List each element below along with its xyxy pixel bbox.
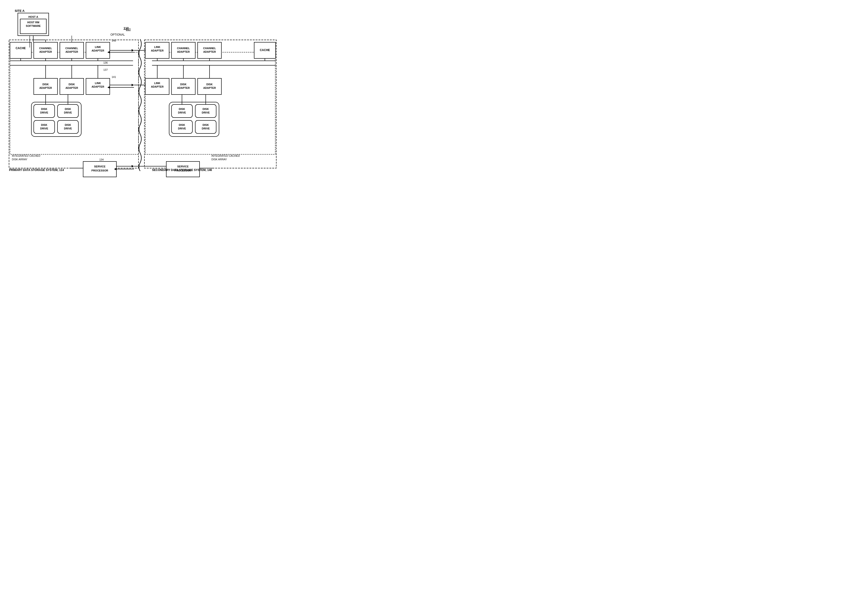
svg-text:LINK: LINK <box>154 46 160 49</box>
svg-text:SOFTWARE: SOFTWARE <box>26 25 41 27</box>
svg-text:141: 141 <box>112 75 116 78</box>
svg-text:136: 136 <box>103 61 108 64</box>
svg-text:140: 140 <box>112 39 116 42</box>
svg-text:SITE A: SITE A <box>15 9 25 13</box>
svg-text:ADAPTER: ADAPTER <box>65 50 78 53</box>
svg-text:HOST RM: HOST RM <box>27 21 40 24</box>
svg-text:ADAPTER: ADAPTER <box>203 50 216 53</box>
svg-text:ADAPTER: ADAPTER <box>177 50 190 53</box>
svg-text:DISK: DISK <box>65 108 71 110</box>
svg-text:CHANNEL: CHANNEL <box>203 47 216 50</box>
svg-text:DISK: DISK <box>41 108 47 110</box>
svg-text:DRIVE: DRIVE <box>202 111 210 114</box>
svg-text:DISK: DISK <box>203 124 209 126</box>
svg-rect-14 <box>10 42 31 59</box>
svg-marker-77 <box>131 49 134 52</box>
svg-text:LINK: LINK <box>95 82 101 84</box>
svg-text:CACHE: CACHE <box>16 47 26 50</box>
svg-marker-82 <box>131 84 134 86</box>
svg-text:LINK: LINK <box>95 46 101 49</box>
svg-marker-124 <box>131 165 134 168</box>
svg-text:DISK: DISK <box>207 83 213 86</box>
svg-text:134: 134 <box>99 158 103 161</box>
svg-text:DRIVE: DRIVE <box>40 127 48 130</box>
svg-text:CHANNEL: CHANNEL <box>177 47 190 50</box>
svg-text:DRIVE: DRIVE <box>178 127 186 130</box>
svg-text:DRIVE: DRIVE <box>40 111 48 114</box>
svg-text:DISK: DISK <box>65 124 71 126</box>
svg-text:CHANNEL: CHANNEL <box>39 47 52 50</box>
svg-text:DISK ARRAY: DISK ARRAY <box>211 158 227 161</box>
svg-text:DRIVE: DRIVE <box>64 127 72 130</box>
svg-text:SERVICE: SERVICE <box>94 165 105 168</box>
svg-text:CACHE: CACHE <box>260 49 270 52</box>
svg-text:DISK: DISK <box>203 108 209 110</box>
svg-text:INTEGRATED CACHED: INTEGRATED CACHED <box>12 155 40 157</box>
svg-text:PRIMARY DATA STORAGE SYSTEM, 1: PRIMARY DATA STORAGE SYSTEM, 114 <box>9 168 64 172</box>
svg-text:110: 110 <box>124 27 129 30</box>
svg-text:DRIVE: DRIVE <box>64 111 72 114</box>
svg-text:ADAPTER: ADAPTER <box>203 87 216 89</box>
svg-text:DRIVE: DRIVE <box>202 127 210 130</box>
svg-text:ADAPTER: ADAPTER <box>65 87 78 89</box>
svg-text:DISK: DISK <box>69 83 75 86</box>
svg-text:DISK: DISK <box>179 124 185 126</box>
svg-text:PROCESSOR: PROCESSOR <box>92 169 108 172</box>
svg-rect-12 <box>10 52 139 155</box>
svg-text:SECONDARY DATA STORAGE SYSTEM,: SECONDARY DATA STORAGE SYSTEM, 146 <box>152 168 212 172</box>
svg-text:ADAPTER: ADAPTER <box>151 49 164 52</box>
svg-text:ADAPTER: ADAPTER <box>177 87 190 89</box>
svg-text:DISK: DISK <box>180 83 186 86</box>
svg-rect-10 <box>9 40 139 168</box>
svg-text:DISK: DISK <box>43 83 49 86</box>
svg-text:LINK: LINK <box>154 82 160 84</box>
svg-text:HOST A: HOST A <box>28 15 38 18</box>
svg-text:DISK ARRAY: DISK ARRAY <box>12 158 28 161</box>
svg-text:ADAPTER: ADAPTER <box>151 85 164 88</box>
svg-rect-11 <box>145 40 276 168</box>
svg-text:INTEGRATED CACHED: INTEGRATED CACHED <box>211 155 240 157</box>
svg-text:ADAPTER: ADAPTER <box>39 87 52 89</box>
svg-text:DISK: DISK <box>179 108 185 110</box>
svg-text:OPTIONAL: OPTIONAL <box>111 33 125 36</box>
svg-text:ADAPTER: ADAPTER <box>39 50 52 53</box>
svg-text:DISK: DISK <box>41 124 47 126</box>
svg-text:137: 137 <box>103 68 108 71</box>
svg-text:ADAPTER: ADAPTER <box>92 49 104 52</box>
diagram: SITE A SITE B HOST A ⌐ 113 HOST RM SOFTW… <box>5 5 280 190</box>
svg-text:ADAPTER: ADAPTER <box>92 85 104 88</box>
svg-text:DRIVE: DRIVE <box>178 111 186 114</box>
svg-rect-13 <box>145 52 275 155</box>
svg-text:CHANNEL: CHANNEL <box>65 47 78 50</box>
svg-text:SERVICE: SERVICE <box>177 165 189 168</box>
